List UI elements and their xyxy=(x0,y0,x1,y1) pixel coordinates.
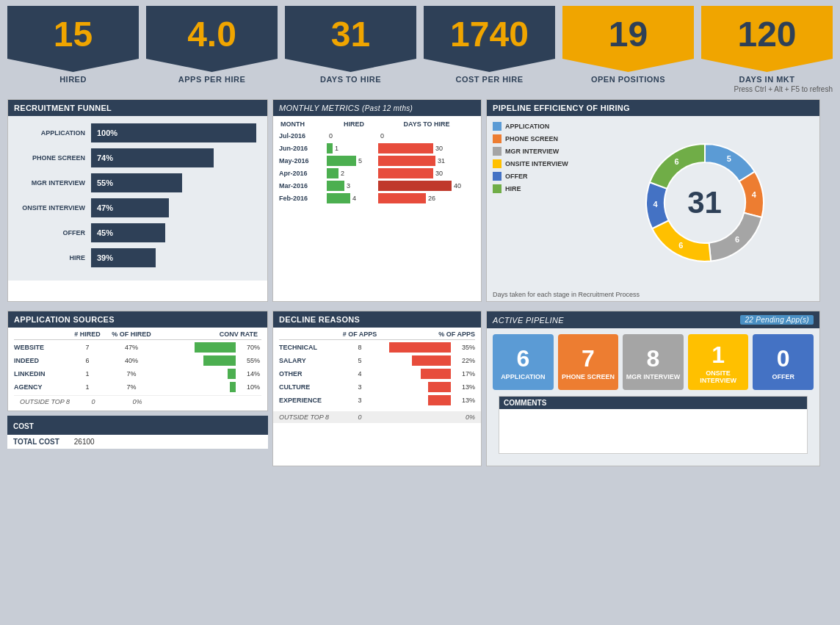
metrics-days-val: 0 xyxy=(380,132,384,140)
funnel-bar: 45% xyxy=(91,223,165,242)
decline-outside-count: 0 xyxy=(338,413,382,421)
pipeline-subtitle: Days taken for each stage in Recruitment… xyxy=(487,289,819,301)
metrics-row: May-2016 5 31 xyxy=(279,156,475,166)
main-grid: RECRUITMENT FUNNEL APPLICATION 100% PHON… xyxy=(0,95,840,311)
funnel-row: APPLICATION 100% xyxy=(19,123,256,142)
funnel-header: RECRUITMENT FUNNEL xyxy=(8,100,267,116)
metrics-hired-val: 3 xyxy=(347,182,350,189)
src-bar-wrap: 55% xyxy=(153,355,261,366)
metrics-days-bar xyxy=(378,143,433,153)
kpi-apps-per-hire-label: APPS PER HIRE xyxy=(178,75,245,84)
dec-name: EXPERIENCE xyxy=(279,397,338,404)
pipeline-card-label: MGR INTERVIEW xyxy=(626,373,680,380)
refresh-hint: Press Ctrl + Alt + F5 to refresh xyxy=(0,84,840,95)
metrics-days-bar-wrap: 31 xyxy=(378,156,475,166)
funnel-row-label: MGR INTERVIEW xyxy=(19,179,85,187)
funnel-row: PHONE SCREEN 74% xyxy=(19,148,256,167)
legend-swatch xyxy=(493,172,502,181)
kpi-cost-per-hire-value: 1740 xyxy=(450,17,529,52)
dec-name: SALARY xyxy=(279,357,338,364)
dec-name: CULTURE xyxy=(279,383,338,391)
src-bar-val: 14% xyxy=(238,370,260,377)
sources-row: INDEED 6 40% 55% xyxy=(14,355,261,366)
pipeline-card-label: ONSITE INTERVIEW xyxy=(691,369,746,384)
legend-swatch xyxy=(493,147,502,156)
pipeline-card-value: 7 xyxy=(582,347,595,370)
app-sources-panel: APPLICATION SOURCES # HIRED % OF HIRED C… xyxy=(7,311,268,411)
dec-count: 3 xyxy=(338,383,382,391)
src-col3-header: % OF HIRED xyxy=(109,330,153,338)
kpi-open-positions-value: 19 xyxy=(609,17,648,52)
metrics-days-bar-wrap: 26 xyxy=(378,193,475,203)
left-bottom-col: APPLICATION SOURCES # HIRED % OF HIRED C… xyxy=(7,311,268,466)
sources-row: AGENCY 1 7% 10% xyxy=(14,382,261,392)
metrics-col-headers: MONTH HIRED DAYS TO HIRE xyxy=(279,120,475,128)
metrics-days-val: 26 xyxy=(428,195,435,202)
legend-label: PHONE SCREEN xyxy=(505,135,558,142)
dec-count: 8 xyxy=(338,344,382,351)
pipeline-card: 6 APPLICATION xyxy=(493,334,554,390)
src-bar-val: 70% xyxy=(238,344,260,351)
metrics-days-bar-wrap: 40 xyxy=(378,181,475,191)
kpi-cost-per-hire-banner: 1740 xyxy=(424,6,555,72)
funnel-bar-container: 74% xyxy=(91,148,256,167)
src-hired: 7 xyxy=(65,344,109,351)
recruitment-funnel-panel: RECRUITMENT FUNNEL APPLICATION 100% PHON… xyxy=(7,99,268,302)
pipeline-card-label: PHONE SCREEN xyxy=(562,373,615,380)
decline-row: EXPERIENCE 3 13% xyxy=(279,395,475,405)
cost-row: TOTAL COST 26100 xyxy=(7,435,268,449)
monthly-subtitle: (Past 12 mths) xyxy=(362,104,413,112)
cost-header: COST xyxy=(7,416,268,435)
legend-label: APPLICATION xyxy=(505,123,549,130)
pipeline-card: 1 ONSITE INTERVIEW xyxy=(688,334,749,390)
funnel-bar: 47% xyxy=(91,198,169,217)
metrics-row: Feb-2016 4 26 xyxy=(279,193,475,203)
dec-val: 13% xyxy=(453,383,475,391)
src-name: AGENCY xyxy=(14,383,65,391)
kpi-apps-per-hire: 4.0 APPS PER HIRE xyxy=(146,6,278,84)
src-col4-header: CONV RATE xyxy=(153,330,261,338)
kpi-apps-per-hire-banner: 4.0 xyxy=(146,6,278,72)
metrics-hired-bar xyxy=(327,156,356,166)
comments-wrap: COMMENTS xyxy=(487,396,819,466)
sources-row: LINKEDIN 1 7% 14% xyxy=(14,369,261,379)
kpi-days-in-mkt-label: DAYS IN MKT xyxy=(739,75,795,84)
metrics-days-bar-wrap: 30 xyxy=(378,168,475,178)
sources-col-headers: # HIRED % OF HIRED CONV RATE xyxy=(14,330,261,340)
metrics-row: Jul-2016 0 0 xyxy=(279,131,475,141)
col-hired-header: HIRED xyxy=(328,120,380,128)
kpi-hired-banner: 15 xyxy=(7,6,139,72)
src-bar xyxy=(228,369,236,379)
legend-label: MGR INTERVIEW xyxy=(505,148,559,155)
src-col2-header: # HIRED xyxy=(65,330,109,338)
comments-body xyxy=(499,409,807,453)
metrics-days-val: 30 xyxy=(435,170,443,177)
decline-row: CULTURE 3 13% xyxy=(279,382,475,392)
pipeline-efficiency-panel: PIPELINE EFFICIENCY OF HIRING APPLICATIO… xyxy=(486,99,820,302)
metrics-hired-val: 5 xyxy=(358,157,362,165)
src-bar-wrap: 10% xyxy=(153,382,261,392)
kpi-open-positions-banner: 19 xyxy=(562,6,694,72)
metrics-rows: Jul-2016 0 0 Jun-2016 1 30 May-2016 5 31 xyxy=(279,131,475,203)
kpi-open-positions: 19 OPEN POSITIONS xyxy=(562,6,694,84)
dec-val: 22% xyxy=(453,357,475,364)
kpi-days-to-hire-banner: 31 xyxy=(285,6,416,72)
metrics-hired-bar-wrap: 5 xyxy=(327,156,378,166)
sources-body: # HIRED % OF HIRED CONV RATE WEBSITE 7 4… xyxy=(8,328,267,411)
comments-section: COMMENTS xyxy=(499,396,808,454)
cost-title: COST xyxy=(13,422,34,430)
funnel-bar-text: 39% xyxy=(97,253,113,262)
col-days-header: DAYS TO HIRE xyxy=(380,120,474,128)
pipeline-cards: 6 APPLICATION 7 PHONE SCREEN 8 MGR INTER… xyxy=(487,328,819,396)
active-pipeline-header: ACTIVE PIPELINE 22 Pending App(s) xyxy=(487,311,819,328)
dec-bar xyxy=(412,355,451,366)
decline-rows: TECHNICAL 8 35% SALARY 5 22% OTHER 4 17%… xyxy=(279,342,475,405)
bottom-grid: APPLICATION SOURCES # HIRED % OF HIRED C… xyxy=(0,311,840,471)
src-bar xyxy=(230,382,236,392)
dec-bar-wrap: 22% xyxy=(382,355,475,366)
funnel-bar: 74% xyxy=(91,148,214,167)
decline-reasons-panel: DECLINE REASONS # OF APPS % OF APPS TECH… xyxy=(272,311,482,466)
pipeline-card-value: 1 xyxy=(712,343,725,366)
pipeline-legend: APPLICATION PHONE SCREEN MGR INTERVIEW O… xyxy=(493,122,588,283)
legend-item: MGR INTERVIEW xyxy=(493,147,588,156)
